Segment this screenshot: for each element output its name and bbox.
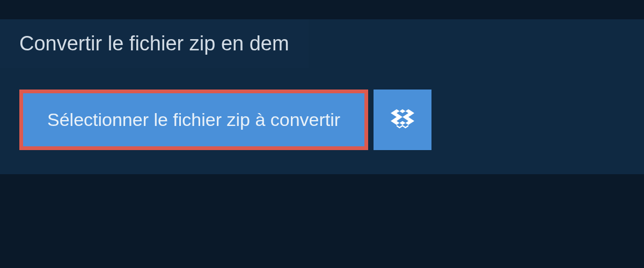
select-file-button[interactable]: Sélectionner le fichier zip à convertir xyxy=(19,90,368,150)
dropbox-icon xyxy=(391,107,414,133)
action-row: Sélectionner le fichier zip à convertir xyxy=(19,90,644,150)
select-file-label: Sélectionner le fichier zip à convertir xyxy=(47,109,340,130)
page-title: Convertir le fichier zip en dem xyxy=(19,32,289,55)
tab-header: Convertir le fichier zip en dem xyxy=(0,19,309,68)
converter-panel: Convertir le fichier zip en dem Sélectio… xyxy=(0,19,644,174)
dropbox-button[interactable] xyxy=(374,90,431,150)
